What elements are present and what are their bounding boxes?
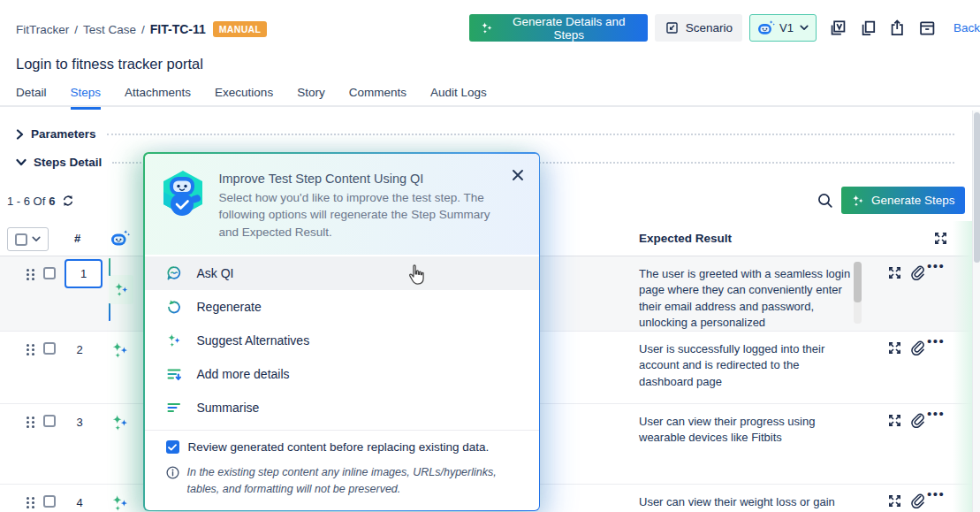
refresh-icon[interactable] <box>61 194 75 208</box>
paperclip-icon[interactable] <box>909 264 925 280</box>
version-label: V1 <box>779 21 794 34</box>
step-number: 3 <box>71 416 88 429</box>
parameters-section-toggle[interactable]: Parameters <box>16 127 954 141</box>
generate-steps-label: Generate Steps <box>871 194 955 207</box>
more-actions-icon[interactable]: ••• <box>927 333 945 348</box>
breadcrumb: FitTracker / Test Case / FIT-TC-11 MANUA… <box>16 21 267 37</box>
step-number: 4 <box>71 496 88 509</box>
qi-step-action-icon[interactable] <box>110 493 130 512</box>
more-actions-icon[interactable]: ••• <box>927 486 945 501</box>
breadcrumb-testcase-id[interactable]: FIT-TC-11 <box>150 22 206 36</box>
drag-handle-icon[interactable] <box>26 416 35 429</box>
review-option: Review generated content before replacin… <box>145 430 539 455</box>
column-header-number: # <box>74 232 80 245</box>
tab-comments[interactable]: Comments <box>349 86 406 110</box>
expand-row-icon[interactable] <box>887 340 902 355</box>
tab-detail[interactable]: Detail <box>16 86 47 110</box>
step-number-selected[interactable]: 1 <box>65 259 103 288</box>
copy-icon[interactable] <box>859 19 877 38</box>
versions-icon[interactable] <box>829 19 847 38</box>
breadcrumb-project[interactable]: FitTracker <box>16 23 69 36</box>
sparkle-icon <box>166 332 182 348</box>
row-checkbox[interactable] <box>43 415 56 427</box>
expand-table-icon[interactable] <box>933 231 948 246</box>
menu-item-label: Ask QI <box>197 266 234 280</box>
cell-scrollbar[interactable] <box>854 262 862 324</box>
regenerate-icon <box>166 299 182 315</box>
menu-item-label: Suggest Alternatives <box>197 333 310 348</box>
chevron-down-icon <box>800 25 809 31</box>
back-link[interactable]: Back <box>953 21 980 34</box>
page-title: Login to fitness tracker portal <box>16 56 203 73</box>
generate-steps-button[interactable]: Generate Steps <box>841 187 965 214</box>
column-header-expected-result: Expected Result <box>639 232 732 245</box>
scenario-button[interactable]: Scenario <box>655 14 742 42</box>
expected-result-cell: User is successfully logged into their a… <box>639 341 855 390</box>
dotted-leader <box>107 134 954 135</box>
select-all-control[interactable] <box>7 227 49 251</box>
expand-row-icon[interactable] <box>887 413 902 428</box>
review-checkbox[interactable] <box>166 440 179 454</box>
qi-step-action-icon[interactable] <box>110 340 130 360</box>
drag-handle-icon[interactable] <box>26 496 35 509</box>
paperclip-icon[interactable] <box>909 493 925 508</box>
note-text: In the existing step content any inline … <box>187 464 518 498</box>
version-dropdown[interactable]: V1 <box>749 14 817 42</box>
more-actions-icon[interactable]: ••• <box>927 258 945 273</box>
breadcrumb-section[interactable]: Test Case <box>83 23 136 36</box>
sparkle-icon <box>480 20 494 35</box>
test-case-page: FitTracker / Test Case / FIT-TC-11 MANUA… <box>0 0 980 512</box>
archive-icon[interactable] <box>918 19 937 38</box>
pagination-range: 1 - 6 Of <box>7 195 45 208</box>
paperclip-icon[interactable] <box>909 340 925 355</box>
generate-details-and-steps-button[interactable]: Generate Details and Steps <box>469 14 648 42</box>
tab-executions[interactable]: Executions <box>215 86 273 110</box>
tab-audit-logs[interactable]: Audit Logs <box>430 86 487 110</box>
menu-item-suggest-alternatives[interactable]: Suggest Alternatives <box>145 324 539 357</box>
drag-handle-icon[interactable] <box>26 343 35 356</box>
page-scrollbar[interactable] <box>972 111 980 512</box>
scenario-label: Scenario <box>686 21 733 34</box>
popup-description: Select how you'd like to improve the tes… <box>219 189 511 241</box>
qi-avatar-icon <box>159 169 207 217</box>
menu-item-add-more-details[interactable]: Add more details <box>145 357 539 391</box>
drag-handle-icon[interactable] <box>26 268 35 281</box>
generate-details-label: Generate Details and Steps <box>501 15 637 42</box>
qi-improve-popup: Improve Test Step Content Using QI Selec… <box>143 152 540 511</box>
tab-story[interactable]: Story <box>297 86 325 110</box>
tab-bar: Detail Steps Attachments Executions Stor… <box>16 86 487 110</box>
expand-row-icon[interactable] <box>887 493 902 508</box>
select-all-checkbox[interactable] <box>15 233 27 246</box>
more-actions-icon[interactable]: ••• <box>927 406 945 421</box>
menu-item-label: Regenerate <box>197 300 262 314</box>
menu-item-summarise[interactable]: Summarise <box>145 391 539 424</box>
tab-attachments[interactable]: Attachments <box>125 86 191 110</box>
chat-icon <box>166 265 182 281</box>
header-actions: Generate Details and Steps Scenario V1 <box>469 14 980 42</box>
row-checkbox[interactable] <box>43 267 56 279</box>
robot-icon <box>757 19 776 36</box>
menu-item-label: Add more details <box>197 367 290 381</box>
chevron-right-icon <box>16 129 24 140</box>
popup-note: In the existing step content any inline … <box>145 455 539 510</box>
expand-row-icon[interactable] <box>887 265 902 280</box>
qi-step-action-icon[interactable] <box>110 413 130 432</box>
row-checkbox[interactable] <box>43 495 56 508</box>
export-icon[interactable] <box>888 19 907 38</box>
summarise-icon <box>166 400 182 416</box>
qi-step-action-selected[interactable] <box>109 259 133 288</box>
scrollbar-thumb[interactable] <box>974 112 980 263</box>
popup-header-text: Improve Test Step Content Using QI Selec… <box>219 169 511 242</box>
step-number: 2 <box>71 343 88 356</box>
sparkle-icon <box>113 281 130 298</box>
tab-steps[interactable]: Steps <box>71 86 102 110</box>
menu-item-regenerate[interactable]: Regenerate <box>145 290 539 324</box>
close-icon[interactable] <box>511 168 525 182</box>
row-checkbox[interactable] <box>43 342 56 355</box>
expected-result-cell: User can view their weight loss or gain <box>639 494 855 510</box>
menu-item-ask-qi[interactable]: Ask QI <box>145 256 539 290</box>
popup-menu: Ask QI Regenerate Suggest Alternatives <box>145 255 539 426</box>
review-label: Review generated content before replacin… <box>188 440 490 454</box>
paperclip-icon[interactable] <box>909 412 925 428</box>
search-icon[interactable] <box>817 192 834 210</box>
